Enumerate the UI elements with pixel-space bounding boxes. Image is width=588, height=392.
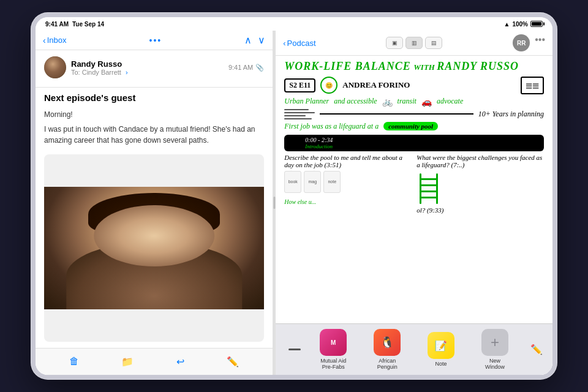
timeline-2: Describe the pool to me and tell me abou… — [284, 154, 412, 215]
mail-photo — [44, 154, 264, 342]
mail-sender-info: Randy Russo To: Cindy Barrett › — [71, 59, 224, 76]
years-row: 10+ Years in planning — [284, 109, 544, 119]
timeline-23-row: Describe the pool to me and tell me abou… — [284, 154, 544, 215]
note-main-title: WORK-LIFE BALANCE with RANDY RUSSO — [284, 61, 544, 73]
episode-badge: S2 E11 — [284, 78, 315, 92]
mail-subject: Next episode's guest — [36, 92, 273, 103]
ipad-screen: 9:41 AM Tue Sep 14 ▲ 100% ‹ — [36, 17, 552, 375]
hair-decoration — [88, 193, 221, 236]
mutual-aid-icon: M — [320, 329, 347, 356]
time-display: 9:41 AM — [45, 21, 69, 28]
sender-to: To: Cindy Barrett › — [71, 69, 224, 76]
date-display: Tue Sep 14 — [72, 21, 104, 28]
user-avatar[interactable]: RR — [513, 34, 530, 51]
battery-percent: 100% — [512, 21, 528, 28]
window-ctrl-2[interactable]: ▥ — [405, 37, 423, 49]
mail-header: Randy Russo To: Cindy Barrett › 9:41 AM … — [36, 50, 273, 88]
notes-back-button[interactable]: ‹ Podcast — [283, 39, 315, 48]
reply-button[interactable]: ↩ — [174, 353, 187, 370]
timeline-1-row: 0:00 - 2:34 Introduction Tell me about y… — [284, 135, 544, 151]
notes-back-label: Podcast — [287, 39, 316, 48]
dock-overlay: M Mutual Aid Pre-Fabs 🐧 African Penguin — [276, 323, 552, 375]
sender-avatar — [44, 56, 66, 78]
timeline-1-container: 0:00 - 2:34 Introduction — [305, 137, 333, 149]
person-photo — [44, 187, 264, 309]
dock-mutual-label: Mutual Aid Pre-Fabs — [320, 358, 346, 370]
sketch-decoration — [284, 109, 315, 119]
folder-button[interactable]: 📁 — [119, 353, 136, 370]
guest-info: ANDREA FORINO — [342, 80, 410, 90]
ipad-frame: 9:41 AM Tue Sep 14 ▲ 100% ‹ — [31, 12, 557, 380]
split-view: ‹ Inbox ••• ∧ ∨ — [36, 31, 552, 375]
dock-item-new-window[interactable]: + New Window — [470, 329, 519, 370]
timeline-4-end: ol? (9:33) — [417, 204, 544, 215]
timeline-1-text: Tell me about your first job (2:34) — [337, 139, 429, 146]
dock-note-label: Note — [435, 361, 447, 367]
notes-write-icon[interactable]: ✏️ — [530, 344, 543, 355]
battery-icon — [530, 21, 543, 27]
mail-time: 9:41 AM 📎 — [228, 64, 264, 72]
dock-new-window-label: New Window — [485, 358, 505, 370]
expand-recipients-icon[interactable]: › — [126, 69, 128, 76]
mail-nav-bar: ‹ Inbox ••• ∧ ∨ — [36, 31, 273, 50]
divider-line — [320, 113, 473, 115]
window-controls: ▣ ▥ ▤ — [386, 37, 442, 49]
notes-panel: ‹ Podcast ▣ ▥ ▤ RR ••• — [276, 31, 552, 375]
train-doodle: ≡≡ — [521, 77, 544, 94]
new-window-icon: + — [481, 329, 508, 356]
window-ctrl-1[interactable]: ▣ — [386, 37, 403, 49]
mail-sender-row: Randy Russo To: Cindy Barrett › 9:41 AM … — [44, 56, 264, 78]
dock-notes-write[interactable]: ✏️ — [524, 344, 543, 355]
trash-button[interactable]: 🗑 — [67, 353, 81, 370]
ladder-doodle — [417, 173, 441, 204]
bike-icon: 🚲 — [382, 97, 393, 107]
mail-back-button[interactable]: ‹ Inbox — [43, 36, 66, 45]
status-left: 9:41 AM Tue Sep 14 — [45, 21, 104, 28]
attachment-icon: 📎 — [255, 64, 264, 72]
notes-back-chevron: ‹ — [283, 39, 285, 48]
wifi-icon: ▲ — [504, 21, 510, 28]
note-icon: 📝 — [428, 332, 454, 359]
notes-menu-icon[interactable]: ••• — [535, 34, 545, 51]
face-doodle: 😊 — [320, 77, 337, 94]
dock-item-note[interactable]: 📝 Note — [417, 332, 466, 367]
timeline-3: What were the biggest challenges you fac… — [417, 154, 544, 215]
car-icon: 🚗 — [421, 97, 432, 107]
mail-toolbar: 🗑 📁 ↩ ✏️ — [36, 348, 273, 375]
back-chevron-icon: ‹ — [43, 36, 46, 45]
dock-item-african[interactable]: 🐧 African Penguin — [363, 329, 412, 370]
african-penguin-icon: 🐧 — [374, 329, 401, 356]
notes-actions: RR ••• — [513, 34, 545, 51]
dock-home-indicator — [285, 349, 304, 350]
compose-button[interactable]: ✏️ — [224, 353, 241, 370]
status-right: ▲ 100% — [504, 21, 543, 28]
episode-row: S2 E11 😊 ANDREA FORINO ≡≡ — [284, 77, 544, 94]
small-illustrations: book mag note — [284, 171, 412, 193]
window-ctrl-3[interactable]: ▤ — [425, 37, 442, 49]
mail-panel: ‹ Inbox ••• ∧ ∨ — [36, 31, 273, 375]
mail-body: Morning! I was put in touch with Candace… — [36, 107, 273, 148]
mail-content: Randy Russo To: Cindy Barrett › 9:41 AM … — [36, 50, 273, 348]
firstjob-row: First job was as a lifeguard at a commun… — [284, 122, 544, 131]
sender-name: Randy Russo — [71, 59, 224, 69]
mail-body-text: I was put in touch with Candace by a mut… — [44, 124, 264, 146]
timeline-4: How else u... — [284, 195, 412, 206]
mail-greeting: Morning! — [44, 109, 264, 120]
play-dots — [289, 140, 300, 145]
notes-nav-bar: ‹ Podcast ▣ ▥ ▤ RR ••• — [276, 31, 552, 56]
mail-more-icon[interactable]: ••• — [149, 36, 162, 45]
planner-row: Urban Planner and accessible 🚲 transit 🚗… — [284, 97, 544, 107]
status-bar: 9:41 AM Tue Sep 14 ▲ 100% — [36, 17, 552, 31]
dock-african-label: African Penguin — [377, 358, 398, 370]
dock-item-mutual[interactable]: M Mutual Aid Pre-Fabs — [309, 329, 358, 370]
mail-nav-actions: ∧ ∨ — [244, 34, 265, 46]
mail-back-label: Inbox — [47, 36, 67, 45]
nav-down-icon[interactable]: ∨ — [258, 34, 265, 46]
community-pool-badge: community pool — [383, 122, 438, 130]
nav-up-icon[interactable]: ∧ — [244, 34, 252, 46]
